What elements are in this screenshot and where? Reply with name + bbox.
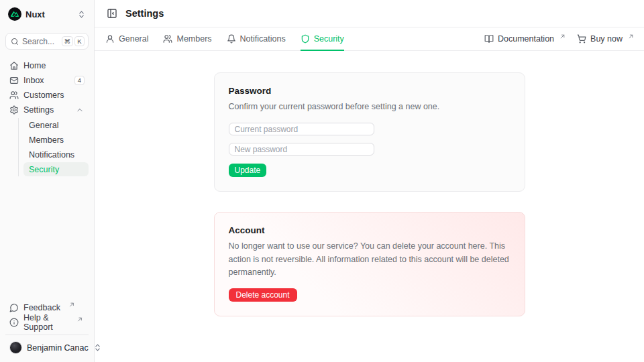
buy-now-link[interactable]: Buy now xyxy=(577,34,633,44)
sidebar-nav: Home Inbox 4 Customers Settings General xyxy=(5,58,89,176)
tab-notifications[interactable]: Notifications xyxy=(227,27,286,51)
sidebar-item-customers[interactable]: Customers xyxy=(5,88,89,102)
link-label: Buy now xyxy=(590,34,623,44)
chevron-up-icon xyxy=(75,106,85,114)
tab-members[interactable]: Members xyxy=(163,27,211,51)
sidebar-item-label: Home xyxy=(23,61,46,70)
password-card: Password Confirm your current password b… xyxy=(214,72,525,192)
link-label: Documentation xyxy=(498,34,554,44)
sidebar-toggle-button[interactable] xyxy=(105,7,119,20)
kbd-meta: ⌘ xyxy=(62,36,74,46)
users-icon xyxy=(9,90,19,100)
sidebar-item-members[interactable]: Members xyxy=(23,133,89,147)
app-window: Nuxt Search... ⌘ K Home Inbox 4 xyxy=(0,0,644,362)
search-input[interactable]: Search... ⌘ K xyxy=(5,33,89,50)
sidebar-item-home[interactable]: Home xyxy=(5,58,89,72)
external-link-icon xyxy=(629,34,633,39)
inbox-count-badge: 4 xyxy=(74,76,85,85)
team-selector[interactable]: Nuxt xyxy=(5,5,89,23)
gear-icon xyxy=(9,105,19,115)
tab-security[interactable]: Security xyxy=(301,27,344,51)
sidebar: Nuxt Search... ⌘ K Home Inbox 4 xyxy=(0,0,95,362)
main-area: Settings General Members Notifications xyxy=(95,0,644,362)
header-links: Documentation Buy now xyxy=(484,27,633,50)
sidebar-item-label: Customers xyxy=(23,90,64,100)
sidebar-item-settings[interactable]: Settings xyxy=(5,103,89,117)
password-card-title: Password xyxy=(229,86,511,96)
panel-left-icon xyxy=(107,8,117,19)
search-icon xyxy=(11,38,19,46)
tab-label: Notifications xyxy=(240,34,286,44)
kbd-k: K xyxy=(74,36,85,46)
message-circle-icon xyxy=(9,303,19,312)
team-name: Nuxt xyxy=(25,9,73,19)
account-card-title: Account xyxy=(229,225,511,235)
bell-icon xyxy=(227,34,236,44)
sidebar-spacer xyxy=(5,176,89,300)
external-link-icon xyxy=(75,317,85,322)
tab-label: Security xyxy=(314,34,344,44)
book-icon xyxy=(484,34,494,44)
password-card-description: Confirm your current password before set… xyxy=(229,101,511,113)
page-title: Settings xyxy=(125,8,164,19)
user-menu[interactable]: Benjamin Canac xyxy=(5,335,89,355)
sidebar-item-label: General xyxy=(29,121,58,130)
avatar xyxy=(9,341,22,354)
sidebar-footer-nav: Feedback Help & Support xyxy=(5,300,89,329)
user-name: Benjamin Canac xyxy=(27,343,89,353)
sidebar-item-label: Members xyxy=(29,135,64,145)
tab-bar: General Members Notifications Security xyxy=(95,27,644,51)
sidebar-item-label: Security xyxy=(29,165,59,174)
settings-sub-menu: General Members Notifications Security xyxy=(18,118,89,176)
shield-icon xyxy=(301,34,310,44)
sidebar-item-label: Inbox xyxy=(23,76,44,85)
home-icon xyxy=(9,61,19,70)
search-shortcut: ⌘ K xyxy=(62,36,85,46)
account-card-description: No longer want to use our service? You c… xyxy=(229,240,511,279)
tab-general[interactable]: General xyxy=(105,27,148,51)
cart-icon xyxy=(577,34,586,44)
inbox-icon xyxy=(9,76,19,85)
current-password-field[interactable] xyxy=(229,123,374,135)
tab-label: General xyxy=(119,34,148,44)
sidebar-item-notifications[interactable]: Notifications xyxy=(23,147,89,162)
search-placeholder: Search... xyxy=(22,37,58,46)
tab-label: Members xyxy=(176,34,211,44)
password-form: Update xyxy=(229,123,511,177)
chevrons-up-down-icon xyxy=(77,10,86,19)
sidebar-item-label: Notifications xyxy=(29,150,74,160)
user-icon xyxy=(105,34,115,44)
settings-security-content: Password Confirm your current password b… xyxy=(95,51,644,362)
sidebar-item-security[interactable]: Security xyxy=(23,162,89,176)
external-link-icon xyxy=(560,34,565,39)
delete-account-button[interactable]: Delete account xyxy=(229,288,297,302)
page-header: Settings xyxy=(95,0,644,27)
users-icon xyxy=(163,34,172,44)
sidebar-item-label: Settings xyxy=(23,105,54,115)
sidebar-item-inbox[interactable]: Inbox 4 xyxy=(5,73,89,87)
tabs: General Members Notifications Security xyxy=(105,27,344,50)
sidebar-item-help-support[interactable]: Help & Support xyxy=(5,315,89,329)
sidebar-item-label: Help & Support xyxy=(23,313,68,332)
external-link-icon xyxy=(67,302,76,307)
info-circle-icon xyxy=(9,318,19,327)
nuxt-logo-icon xyxy=(8,7,21,21)
update-button[interactable]: Update xyxy=(229,164,267,177)
sidebar-item-label: Feedback xyxy=(23,303,60,312)
sidebar-item-general[interactable]: General xyxy=(23,118,89,132)
account-danger-card: Account No longer want to use our servic… xyxy=(214,212,525,316)
documentation-link[interactable]: Documentation xyxy=(484,34,565,44)
new-password-field[interactable] xyxy=(229,143,374,156)
